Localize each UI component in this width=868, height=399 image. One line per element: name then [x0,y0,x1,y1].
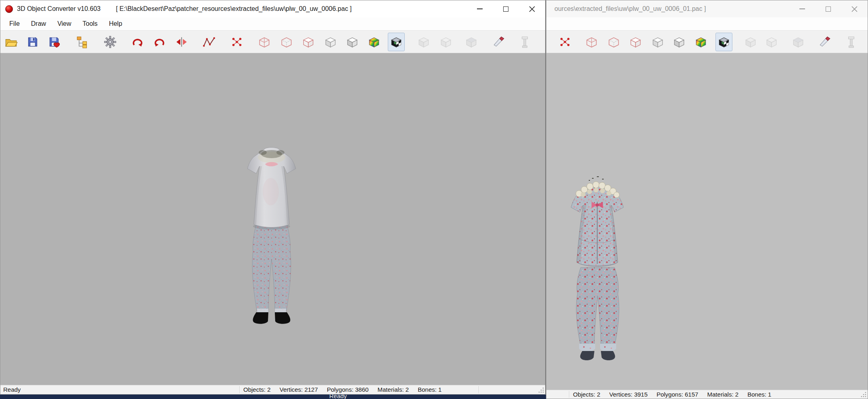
view-wire-hidden-icon [280,35,293,49]
maximize-icon [826,6,831,12]
rotate-object-left-button[interactable] [129,33,146,51]
knife-tool-icon [492,35,506,49]
right-titlebar[interactable]: ources\extracted_files\uw\plw_00_uw_0006… [546,0,868,17]
view-flat-shaded-icon [672,35,686,49]
vertex-cloud-icon [230,35,244,49]
vertices-count: Vertices: 2127 [280,386,318,393]
left-3d-viewport[interactable] [0,53,545,385]
close-icon [851,6,858,12]
right-toolbar [546,30,868,53]
right-minimize-button[interactable] [789,0,815,17]
knife-tool-button[interactable] [490,33,507,51]
maximize-icon [503,6,508,12]
view-smooth-shaded-button [437,33,454,51]
view-smooth-button [415,33,432,51]
vertex-cloud-button[interactable] [556,33,573,51]
left-model-stats: Objects: 2 Vertices: 2127 Polygons: 3860… [243,386,449,393]
menu-help[interactable]: Help [103,18,128,29]
menu-file[interactable]: File [4,18,25,29]
settings-button[interactable] [102,33,119,51]
right-title-path: ources\extracted_files\uw\plw_00_uw_0006… [554,5,706,13]
view-material-color-icon [694,35,708,49]
left-statusbar: Ready Objects: 2 Vertices: 2127 Polygons… [0,385,545,394]
measure-tool-icon [845,35,858,49]
objects-count: Objects: 2 [573,391,600,398]
model-floral-pajamas [554,173,641,368]
view-wire-hidden-button[interactable] [278,33,295,51]
view-hidden-line-icon [301,35,315,49]
right-menubar [546,17,868,30]
left-title-path: [ E:\BlackDesert\Paz\patcher_resources\e… [116,5,351,13]
statusbar-separator [239,386,240,393]
save-file-button[interactable] [24,33,41,51]
app-icon [5,5,13,13]
left-titlebar[interactable]: 3D Object Converter v10.603 [ E:\BlackDe… [0,0,545,17]
menu-draw[interactable]: Draw [25,18,52,29]
right-close-button[interactable] [841,0,868,17]
scene-hierarchy-button[interactable] [74,33,91,51]
app-title: 3D Object Converter v10.603 [17,5,100,13]
statusbar-separator [479,386,479,393]
measure-tool-icon [518,35,532,49]
view-hidden-line-button[interactable] [627,33,644,51]
resize-grip[interactable] [538,387,544,393]
rotate-object-right-button[interactable] [151,33,168,51]
knife-tool-button[interactable] [816,33,833,51]
left-window-controls [466,0,545,17]
status-ready-text: Ready [3,386,21,393]
save-favorite-icon [47,35,61,49]
scene-hierarchy-icon [75,35,89,49]
minimize-icon [799,8,805,9]
measure-tool-button [843,33,860,51]
view-flat-icon [651,35,665,49]
polygons-count: Polygons: 6157 [657,391,698,398]
bones-count: Bones: 1 [747,391,771,398]
right-3d-viewport[interactable] [546,53,868,390]
open-file-button[interactable] [3,33,20,51]
right-statusbar: Objects: 2 Vertices: 3915 Polygons: 6157… [546,390,868,399]
view-flat-button[interactable] [649,33,666,51]
vertex-path-button[interactable] [201,33,218,51]
view-flat-shaded-icon [345,35,359,49]
rotate-object-right-icon [153,35,167,49]
face-mode-icon [464,35,478,49]
view-smooth-icon [744,35,757,49]
view-textured-button[interactable] [715,33,732,51]
vertex-cloud-button[interactable] [228,33,245,51]
view-material-color-button[interactable] [366,33,383,51]
view-flat-shaded-button[interactable] [344,33,361,51]
view-wireframe-button[interactable] [583,33,600,51]
view-hidden-line-icon [629,35,642,49]
view-wireframe-icon [257,35,271,49]
open-file-icon [4,35,18,49]
left-toolbar [0,30,545,53]
view-flat-icon [324,35,337,49]
view-smooth-button [742,33,759,51]
menu-tools[interactable]: Tools [77,18,103,29]
view-wireframe-icon [585,35,598,49]
left-close-button[interactable] [519,0,545,17]
view-flat-button[interactable] [322,33,339,51]
view-wireframe-button[interactable] [256,33,273,51]
view-textured-icon [717,35,731,49]
view-textured-button[interactable] [388,33,405,51]
face-mode-icon [791,35,805,49]
view-flat-shaded-button[interactable] [671,33,688,51]
resize-grip[interactable] [860,391,867,398]
knife-tool-icon [818,35,832,49]
view-hidden-line-button[interactable] [300,33,317,51]
statusbar-separator [569,391,569,398]
materials-count: Materials: 2 [707,391,739,398]
menu-view[interactable]: View [52,18,77,29]
view-smooth-shaded-icon [439,35,453,49]
right-maximize-button[interactable] [815,0,841,17]
left-maximize-button[interactable] [493,0,519,17]
view-wire-hidden-button[interactable] [605,33,622,51]
view-material-color-button[interactable] [692,33,709,51]
view-smooth-icon [417,35,431,49]
vertex-path-icon [202,35,216,49]
view-textured-icon [389,35,403,49]
left-minimize-button[interactable] [466,0,493,17]
save-favorite-button[interactable] [46,33,63,51]
mirror-object-button[interactable] [173,33,190,51]
